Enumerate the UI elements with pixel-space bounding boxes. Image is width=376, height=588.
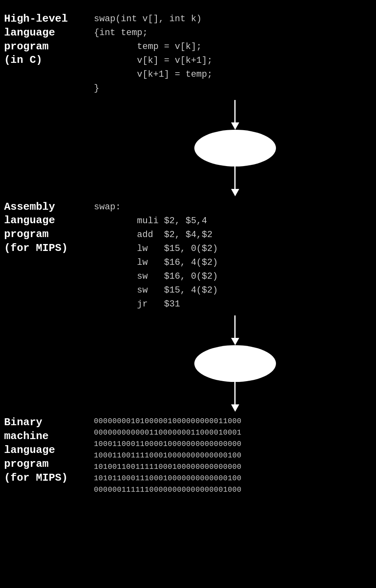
highlevel-code: swap(int v[], int k) {int temp; temp = v… bbox=[94, 8, 376, 100]
binary-code: 00000000101000001000000000011000 0000000… bbox=[94, 412, 376, 499]
arrow-tip-2 bbox=[231, 338, 239, 345]
assembly-label: Assemblylanguageprogram(for MIPS) bbox=[0, 196, 94, 260]
connector-spacer-2 bbox=[0, 315, 94, 412]
connector-right-1 bbox=[94, 100, 376, 196]
page-container: High-levellanguageprogram(in C) swap(int… bbox=[0, 0, 376, 588]
highlevel-section: High-levellanguageprogram(in C) swap(int… bbox=[0, 8, 376, 100]
connector-right-2 bbox=[94, 315, 376, 412]
binary-section: Binary machinelanguageprogram(for MIPS) … bbox=[0, 412, 376, 499]
arrow-tip-1 bbox=[231, 122, 239, 130]
compiler-ellipse bbox=[194, 130, 276, 166]
arrow-tip-bottom-1 bbox=[231, 189, 239, 196]
highlevel-label: High-levellanguageprogram(in C) bbox=[0, 8, 94, 71]
arrow-tip-bottom-2 bbox=[231, 404, 239, 412]
highlevel-label-text: High-levellanguageprogram(in C) bbox=[4, 13, 68, 66]
connector-1 bbox=[0, 100, 376, 196]
binary-label-text: Binary machinelanguageprogram(for MIPS) bbox=[4, 416, 68, 484]
assembly-code: swap: muli $2, $5,4 add $2, $4,$2 lw $15… bbox=[94, 196, 376, 316]
connector-2 bbox=[0, 315, 376, 412]
assembly-label-text: Assemblylanguageprogram(for MIPS) bbox=[4, 201, 68, 254]
connector-spacer-1 bbox=[0, 100, 94, 196]
arrow-line-top-2 bbox=[234, 315, 236, 338]
assembly-section: Assemblylanguageprogram(for MIPS) swap: … bbox=[0, 196, 376, 316]
arrow-line-bottom-2 bbox=[234, 382, 236, 404]
arrow-line-bottom-1 bbox=[234, 166, 236, 189]
binary-label: Binary machinelanguageprogram(for MIPS) bbox=[0, 412, 94, 489]
assembler-ellipse bbox=[194, 345, 276, 382]
arrow-line-top-1 bbox=[234, 100, 236, 122]
